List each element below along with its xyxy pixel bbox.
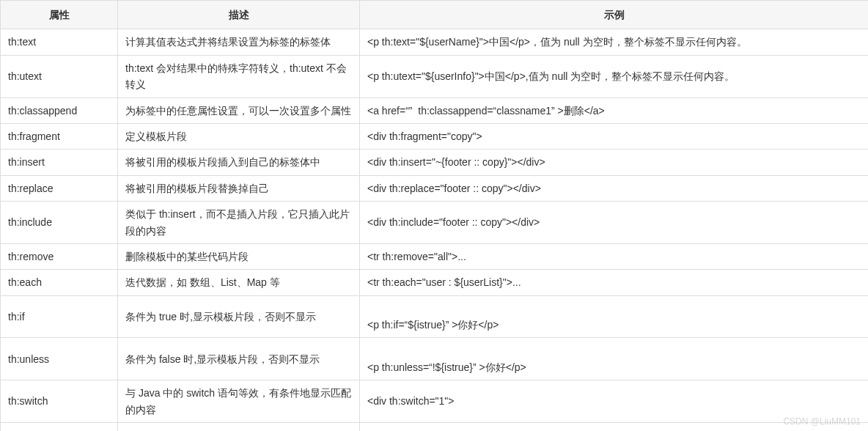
cell-attr: th:fragment [1, 123, 118, 149]
cell-attr: th:unless [1, 338, 118, 380]
table-header-row: 属性 描述 示例 [1, 1, 869, 29]
cell-desc: 计算其值表达式并将结果设置为标签的标签体 [118, 29, 360, 55]
cell-example: <p th:if=“${istrue}” >你好</p> [360, 295, 869, 338]
cell-desc: 类似于 th:insert，而不是插入片段，它只插入此片段的内容 [118, 202, 360, 244]
table-row: th:unless条件为 false 时,显示模板片段，否则不显示 <p th:… [1, 338, 869, 380]
header-desc: 描述 [118, 1, 360, 29]
cell-example: <div th:include="footer :: copy"></div> [360, 202, 869, 244]
cell-example: <div th:switch="1"> <p th:case="0">管理员</… [360, 423, 869, 431]
table-row: th:fragment定义模板片段<div th:fragment="copy"… [1, 123, 869, 149]
cell-desc: 与 Java 中的 switch 语句等效，有条件地显示匹配的内容 [118, 380, 360, 423]
cell-example: <a href=“” th:classappend=“classname1” >… [360, 97, 869, 123]
table-row: th:include类似于 th:insert，而不是插入片段，它只插入此片段的… [1, 202, 869, 244]
cell-example: <p th:text="${userName}">中国</p>，值为 null … [360, 29, 869, 55]
cell-attr: th:classappend [1, 97, 118, 123]
cell-example: <tr th:each="user : ${userList}">... [360, 270, 869, 295]
cell-example: <div th:switch="1"> [360, 380, 869, 423]
table-row: th:classappend为标签中的任意属性设置，可以一次设置多个属性<a h… [1, 97, 869, 123]
table-row: th:insert将被引用的模板片段插入到自己的标签体中<div th:inse… [1, 150, 869, 175]
cell-attr: th:case [1, 423, 118, 431]
cell-desc: 为标签中的任意属性设置，可以一次设置多个属性 [118, 97, 360, 123]
cell-attr: th:include [1, 202, 118, 244]
cell-example: <div th:fragment="copy"> [360, 123, 869, 149]
table-row: th:replace将被引用的模板片段替换掉自己<div th:replace=… [1, 175, 869, 201]
table-row: th:each迭代数据，如 数组、List、Map 等<tr th:each="… [1, 270, 869, 295]
cell-desc: 迭代数据，如 数组、List、Map 等 [118, 270, 360, 295]
cell-example: <p th:unless=“!${istrue}” >你好</p> [360, 338, 869, 380]
cell-attr: th:replace [1, 175, 118, 201]
table-row: th:switch与 Java 中的 switch 语句等效，有条件地显示匹配的… [1, 380, 869, 423]
table-row: th:if条件为 true 时,显示模板片段，否则不显示 <p th:if=“$… [1, 295, 869, 338]
cell-example: <div th:replace="footer :: copy"></div> [360, 175, 869, 201]
cell-desc: 将被引用的模板片段插入到自己的标签体中 [118, 150, 360, 175]
cell-desc: 将被引用的模板片段替换掉自己 [118, 175, 360, 201]
cell-desc: 配合 th:switch 使用 [118, 423, 360, 431]
cell-example: <tr th:remove="all">... [360, 243, 869, 269]
cell-desc: th:text 会对结果中的特殊字符转义，th:utext 不会转义 [118, 55, 360, 97]
cell-example: <div th:insert="~{footer :: copy}"></div… [360, 150, 869, 175]
table-row: th:text计算其值表达式并将结果设置为标签的标签体<p th:text="$… [1, 29, 869, 55]
cell-attr: th:remove [1, 243, 118, 269]
header-attr: 属性 [1, 1, 118, 29]
cell-attr: th:utext [1, 55, 118, 97]
cell-attr: th:text [1, 29, 118, 55]
header-example: 示例 [360, 1, 869, 29]
cell-attr: th:insert [1, 150, 118, 175]
table-body: th:text计算其值表达式并将结果设置为标签的标签体<p th:text="$… [1, 29, 869, 431]
cell-attr: th:each [1, 270, 118, 295]
table-row: th:case配合 th:switch 使用<div th:switch="1"… [1, 423, 869, 431]
cell-desc: 条件为 false 时,显示模板片段，否则不显示 [118, 338, 360, 380]
table-row: th:utextth:text 会对结果中的特殊字符转义，th:utext 不会… [1, 55, 869, 97]
table-row: th:remove删除模板中的某些代码片段<tr th:remove="all"… [1, 243, 869, 269]
cell-attr: th:if [1, 295, 118, 338]
cell-desc: 删除模板中的某些代码片段 [118, 243, 360, 269]
thymeleaf-attr-table: 属性 描述 示例 th:text计算其值表达式并将结果设置为标签的标签体<p t… [0, 0, 868, 431]
cell-desc: 定义模板片段 [118, 123, 360, 149]
cell-example: <p th:utext="${userInfo}">中国</p>,值为 null… [360, 55, 869, 97]
cell-attr: th:switch [1, 380, 118, 423]
cell-desc: 条件为 true 时,显示模板片段，否则不显示 [118, 295, 360, 338]
